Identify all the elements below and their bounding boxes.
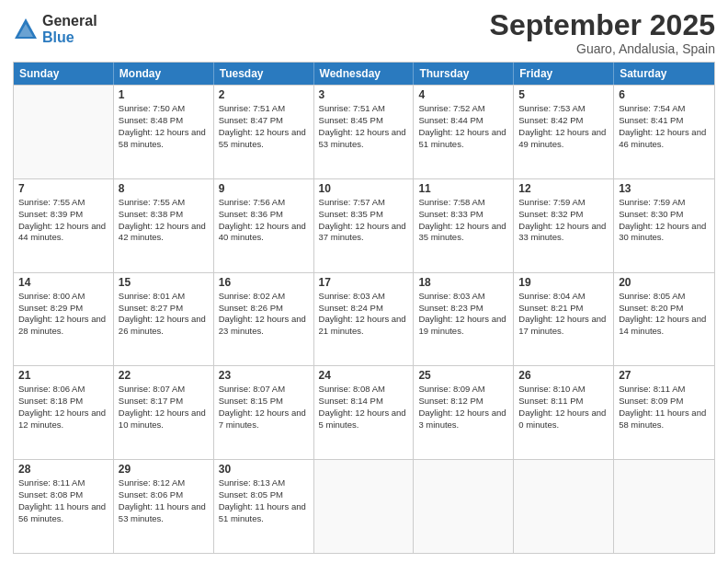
location: Guaro, Andalusia, Spain (490, 41, 715, 56)
day-number: 19 (518, 276, 609, 289)
day-info: Sunrise: 7:58 AMSunset: 8:33 PMDaylight:… (418, 197, 508, 244)
day-number: 6 (619, 88, 710, 101)
calendar-cell: 6Sunrise: 7:54 AMSunset: 8:41 PMDaylight… (614, 86, 714, 178)
calendar-cell: 8Sunrise: 7:55 AMSunset: 8:38 PMDaylight… (114, 179, 214, 272)
day-info: Sunrise: 7:51 AMSunset: 8:47 PMDaylight:… (219, 103, 309, 150)
calendar-cell: 5Sunrise: 7:53 AMSunset: 8:42 PMDaylight… (514, 86, 614, 178)
calendar-cell: 30Sunrise: 8:13 AMSunset: 8:05 PMDayligh… (214, 460, 314, 553)
calendar-row: 1Sunrise: 7:50 AMSunset: 8:48 PMDaylight… (14, 85, 714, 178)
page: General Blue September 2025 Guaro, Andal… (0, 0, 728, 563)
logo-icon (13, 17, 39, 42)
calendar-cell: 20Sunrise: 8:05 AMSunset: 8:20 PMDayligh… (614, 273, 714, 366)
logo: General Blue (13, 13, 97, 45)
calendar-cell (614, 460, 714, 553)
calendar-cell: 16Sunrise: 8:02 AMSunset: 8:26 PMDayligh… (214, 273, 314, 366)
day-number: 10 (319, 182, 409, 195)
day-number: 30 (219, 463, 309, 476)
day-number: 21 (18, 369, 108, 382)
calendar-cell: 19Sunrise: 8:04 AMSunset: 8:21 PMDayligh… (514, 273, 614, 366)
calendar: SundayMondayTuesdayWednesdayThursdayFrid… (13, 62, 715, 554)
calendar-cell: 22Sunrise: 8:07 AMSunset: 8:17 PMDayligh… (114, 366, 214, 459)
day-info: Sunrise: 8:03 AMSunset: 8:23 PMDaylight:… (418, 291, 508, 338)
weekday-header: Friday (514, 63, 614, 85)
weekday-header: Saturday (614, 63, 714, 85)
calendar-cell: 3Sunrise: 7:51 AMSunset: 8:45 PMDaylight… (314, 86, 415, 178)
weekday-header: Tuesday (214, 63, 314, 85)
day-number: 15 (119, 276, 209, 289)
calendar-cell: 9Sunrise: 7:56 AMSunset: 8:36 PMDaylight… (214, 179, 314, 272)
calendar-cell: 13Sunrise: 7:59 AMSunset: 8:30 PMDayligh… (614, 179, 714, 272)
calendar-cell (314, 460, 415, 553)
calendar-cell: 11Sunrise: 7:58 AMSunset: 8:33 PMDayligh… (414, 179, 514, 272)
calendar-row: 28Sunrise: 8:11 AMSunset: 8:08 PMDayligh… (14, 459, 714, 553)
day-info: Sunrise: 7:53 AMSunset: 8:42 PMDaylight:… (518, 103, 609, 150)
day-info: Sunrise: 8:08 AMSunset: 8:14 PMDaylight:… (319, 384, 409, 431)
title-block: September 2025 Guaro, Andalusia, Spain (490, 9, 715, 56)
calendar-cell: 7Sunrise: 7:55 AMSunset: 8:39 PMDaylight… (14, 179, 114, 272)
day-number: 17 (319, 276, 409, 289)
day-info: Sunrise: 8:06 AMSunset: 8:18 PMDaylight:… (18, 384, 108, 431)
calendar-cell: 24Sunrise: 8:08 AMSunset: 8:14 PMDayligh… (314, 366, 415, 459)
day-number: 16 (219, 276, 309, 289)
logo-blue: Blue (42, 29, 97, 46)
day-number: 3 (319, 88, 409, 101)
day-number: 4 (418, 88, 508, 101)
day-number: 12 (518, 182, 609, 195)
day-number: 23 (219, 369, 309, 382)
calendar-cell: 21Sunrise: 8:06 AMSunset: 8:18 PMDayligh… (14, 366, 114, 459)
day-info: Sunrise: 7:59 AMSunset: 8:32 PMDaylight:… (518, 197, 609, 244)
day-info: Sunrise: 7:51 AMSunset: 8:45 PMDaylight:… (319, 103, 409, 150)
day-info: Sunrise: 8:00 AMSunset: 8:29 PMDaylight:… (18, 291, 108, 338)
day-number: 28 (18, 463, 108, 476)
calendar-cell (14, 86, 114, 178)
weekday-header: Sunday (14, 63, 114, 85)
day-info: Sunrise: 8:10 AMSunset: 8:11 PMDaylight:… (518, 384, 609, 431)
day-info: Sunrise: 8:12 AMSunset: 8:06 PMDaylight:… (119, 477, 209, 524)
logo-general: General (42, 13, 97, 29)
day-number: 8 (119, 182, 209, 195)
calendar-cell: 15Sunrise: 8:01 AMSunset: 8:27 PMDayligh… (114, 273, 214, 366)
day-info: Sunrise: 8:02 AMSunset: 8:26 PMDaylight:… (219, 291, 309, 338)
day-number: 2 (219, 88, 309, 101)
calendar-cell: 10Sunrise: 7:57 AMSunset: 8:35 PMDayligh… (314, 179, 415, 272)
calendar-cell: 28Sunrise: 8:11 AMSunset: 8:08 PMDayligh… (14, 460, 114, 553)
day-number: 22 (119, 369, 209, 382)
calendar-cell (514, 460, 614, 553)
calendar-cell: 12Sunrise: 7:59 AMSunset: 8:32 PMDayligh… (514, 179, 614, 272)
calendar-row: 7Sunrise: 7:55 AMSunset: 8:39 PMDaylight… (14, 178, 714, 272)
month-title: September 2025 (490, 9, 715, 41)
calendar-cell: 23Sunrise: 8:07 AMSunset: 8:15 PMDayligh… (214, 366, 314, 459)
day-info: Sunrise: 8:07 AMSunset: 8:15 PMDaylight:… (219, 384, 309, 431)
weekday-header: Monday (114, 63, 214, 85)
day-info: Sunrise: 7:57 AMSunset: 8:35 PMDaylight:… (319, 197, 409, 244)
day-info: Sunrise: 7:52 AMSunset: 8:44 PMDaylight:… (418, 103, 508, 150)
calendar-body: 1Sunrise: 7:50 AMSunset: 8:48 PMDaylight… (14, 85, 714, 553)
day-number: 11 (418, 182, 508, 195)
day-number: 24 (319, 369, 409, 382)
day-info: Sunrise: 8:03 AMSunset: 8:24 PMDaylight:… (319, 291, 409, 338)
day-number: 1 (119, 88, 209, 101)
day-info: Sunrise: 8:01 AMSunset: 8:27 PMDaylight:… (119, 291, 209, 338)
header: General Blue September 2025 Guaro, Andal… (13, 9, 715, 56)
day-number: 18 (418, 276, 508, 289)
day-number: 9 (219, 182, 309, 195)
calendar-row: 14Sunrise: 8:00 AMSunset: 8:29 PMDayligh… (14, 272, 714, 366)
day-info: Sunrise: 8:04 AMSunset: 8:21 PMDaylight:… (518, 291, 609, 338)
logo-text: General Blue (42, 13, 97, 45)
day-info: Sunrise: 7:55 AMSunset: 8:38 PMDaylight:… (119, 197, 209, 244)
weekday-header: Thursday (414, 63, 514, 85)
day-number: 5 (518, 88, 609, 101)
day-info: Sunrise: 7:54 AMSunset: 8:41 PMDaylight:… (619, 103, 710, 150)
day-info: Sunrise: 7:56 AMSunset: 8:36 PMDaylight:… (219, 197, 309, 244)
day-number: 7 (18, 182, 108, 195)
day-info: Sunrise: 7:55 AMSunset: 8:39 PMDaylight:… (18, 197, 108, 244)
calendar-cell: 4Sunrise: 7:52 AMSunset: 8:44 PMDaylight… (414, 86, 514, 178)
calendar-cell: 26Sunrise: 8:10 AMSunset: 8:11 PMDayligh… (514, 366, 614, 459)
day-number: 29 (119, 463, 209, 476)
calendar-cell: 14Sunrise: 8:00 AMSunset: 8:29 PMDayligh… (14, 273, 114, 366)
calendar-cell: 1Sunrise: 7:50 AMSunset: 8:48 PMDaylight… (114, 86, 214, 178)
day-number: 13 (619, 182, 710, 195)
day-number: 26 (518, 369, 609, 382)
calendar-cell: 17Sunrise: 8:03 AMSunset: 8:24 PMDayligh… (314, 273, 415, 366)
day-number: 14 (18, 276, 108, 289)
